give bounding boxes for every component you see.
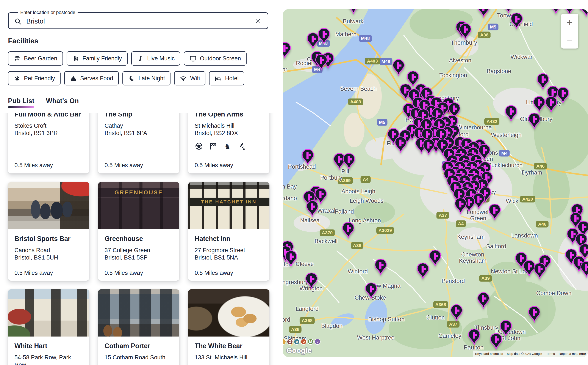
search-input[interactable] — [26, 17, 249, 25]
map-pin[interactable] — [454, 197, 467, 214]
pub-card[interactable]: Full Moon & Attic Bar TheStokes CroftBri… — [8, 113, 89, 173]
map-pin[interactable] — [580, 9, 588, 17]
town-label: Cleeve — [295, 261, 314, 267]
geome-markers: GeoMe — [283, 339, 321, 345]
town-label: Tockington — [439, 72, 467, 78]
map-pin[interactable] — [422, 139, 435, 155]
clear-search-button[interactable] — [253, 17, 262, 26]
close-icon — [254, 18, 261, 24]
facility-chip-pet-friendly[interactable]: Pet Friendly — [8, 71, 61, 85]
location-search-fieldset: Enter location or postcode — [8, 10, 268, 29]
facility-chip-wifi[interactable]: Wifi — [174, 71, 205, 85]
pub-photo-sports-bar — [8, 182, 89, 229]
town-label: Severn Beach — [340, 86, 377, 92]
tab-pub-list[interactable]: Pub List — [8, 97, 34, 108]
map-pin[interactable] — [429, 250, 442, 267]
map-pin[interactable] — [528, 112, 541, 129]
facility-chip-outdoor-screen[interactable]: Outdoor Screen — [184, 51, 246, 66]
pub-card[interactable]: The White Bear133 St. Michaels Hill — [188, 289, 269, 365]
map-pin[interactable] — [315, 54, 328, 70]
pub-card[interactable]: GREENHOUSEGreenhouse37 College GreenBris… — [98, 182, 179, 281]
town-label: Winterbourne — [457, 124, 492, 131]
map-pin[interactable] — [468, 329, 481, 345]
pub-card[interactable]: White Hart54-58 Park Row, Park Row — [8, 289, 89, 365]
pub-card[interactable]: THE HATCHET INNHatchet Inn27 Frogmore St… — [188, 182, 269, 281]
facility-chip-serves-food[interactable]: Serves Food — [64, 71, 119, 85]
facility-chip-family-friendly[interactable]: Family Friendly — [67, 51, 128, 66]
map-pin[interactable] — [285, 250, 297, 267]
map-pin[interactable] — [305, 273, 318, 289]
zoom-in-button[interactable]: + — [561, 14, 578, 31]
town-label: Wick — [506, 198, 518, 204]
search-icon — [14, 18, 21, 25]
map-pin[interactable] — [342, 153, 356, 170]
town-label: Lansdown — [511, 232, 538, 239]
map[interactable]: BulwarkMathernRogietCaldicotMagorTortwor… — [283, 9, 588, 357]
map-pin[interactable] — [365, 282, 378, 299]
map-pin[interactable] — [488, 204, 501, 220]
search-label: Enter location or postcode — [18, 10, 78, 15]
map-pin[interactable] — [301, 149, 314, 166]
family-friendly-icon — [72, 55, 79, 62]
pub-card[interactable]: The Open ArmsSt Michaels HillBristol, BS… — [188, 113, 269, 173]
map-pin[interactable] — [545, 96, 558, 113]
map-pin[interactable] — [528, 306, 541, 323]
cricket-icon — [237, 142, 246, 151]
map-pin[interactable] — [459, 23, 472, 40]
map-pin[interactable] — [505, 105, 518, 122]
terms-link[interactable]: Terms — [544, 351, 557, 357]
map-pin[interactable] — [342, 222, 355, 239]
geome-circle: o — [301, 339, 307, 345]
svg-text:♞: ♞ — [224, 142, 230, 150]
map-pin[interactable] — [490, 333, 503, 350]
map-pin[interactable] — [450, 304, 463, 321]
map-pin[interactable] — [306, 200, 319, 217]
report-map-error-link[interactable]: Report a map error — [557, 351, 588, 357]
pub-distance: 0.5 Miles away — [104, 270, 173, 276]
facility-chip-label: Live Music — [147, 55, 175, 62]
map-pin[interactable] — [580, 261, 588, 278]
sports-icons-row: ♞ — [195, 142, 263, 151]
facility-chip-hotel[interactable]: Hotel — [209, 71, 244, 85]
town-label: Pucklechurch — [488, 162, 522, 168]
zoom-out-button[interactable]: − — [561, 31, 578, 49]
road-badge-A4: A4 — [456, 220, 466, 227]
facility-chip-late-night[interactable]: Late Night — [123, 71, 171, 85]
map-pin[interactable] — [283, 42, 291, 59]
town-label: Blagdon — [321, 323, 342, 329]
facility-chip-beer-garden[interactable]: Beer Garden — [8, 51, 63, 66]
geome-circle: G — [287, 339, 293, 345]
map-pin[interactable] — [392, 59, 405, 76]
town-label: Congresbury — [283, 279, 308, 285]
facility-chip-label: Late Night — [138, 75, 165, 82]
facility-chip-live-music[interactable]: Live Music — [131, 51, 180, 66]
map-pin[interactable] — [374, 259, 387, 275]
live-music-icon — [137, 55, 144, 62]
pub-card[interactable]: The ShipCathayBristol, BS1 6PA0.5 Miles … — [98, 113, 179, 173]
road-badge-A420: A420 — [520, 196, 535, 202]
road-badge-M4: M4 — [499, 150, 510, 156]
map-pin[interactable] — [557, 87, 569, 104]
tab-active-underline — [8, 106, 34, 108]
tab-whats-on[interactable]: What's On — [46, 97, 79, 108]
map-pin[interactable] — [549, 9, 562, 14]
road-badge-A37: A37 — [447, 321, 459, 328]
map-pin[interactable] — [533, 263, 546, 279]
pub-card[interactable]: Bristol Sports BarCanons RoadBristol, BS… — [8, 182, 89, 281]
road-badge-A46: A46 — [534, 163, 547, 169]
map-pin[interactable] — [477, 292, 490, 309]
map-pin[interactable] — [394, 136, 407, 153]
map-pin[interactable] — [307, 32, 319, 49]
keyboard-shortcuts-link[interactable]: Keyboard shortcuts — [473, 351, 505, 357]
pub-list-scroll-area[interactable]: Full Moon & Attic Bar TheStokes CroftBri… — [0, 113, 278, 365]
map-pin[interactable] — [347, 9, 360, 14]
facility-chip-row-1: Beer GardenFamily FriendlyLive MusicOutd… — [8, 51, 246, 66]
town-label: Alveston — [449, 57, 472, 63]
facility-chip-label: Pet Friendly — [24, 75, 55, 82]
map-pin[interactable] — [477, 9, 490, 18]
map-pin[interactable] — [510, 13, 523, 29]
map-pin[interactable] — [533, 96, 546, 113]
outdoor-screen-icon — [190, 55, 197, 62]
pub-card[interactable]: Cotham Porter15 Cotham Road South — [98, 289, 179, 365]
map-pin[interactable] — [417, 263, 429, 279]
